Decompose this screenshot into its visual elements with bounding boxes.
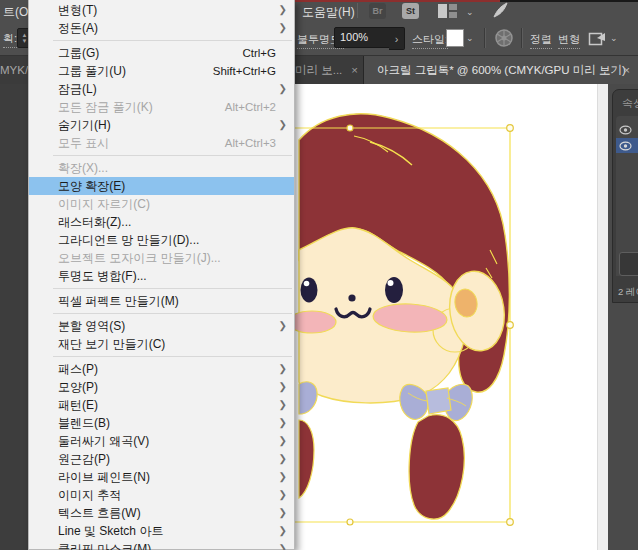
bow-left-clipped[interactable] [299,382,317,414]
menu-item[interactable]: 패스(P)❯ [29,360,294,378]
submenu-arrow-icon: ❯ [279,80,287,98]
menu-item-label: 둘러싸기 왜곡(V) [58,434,149,448]
menu-item: 모두 표시Alt+Ctrl+3 [29,134,294,152]
style-swatch[interactable] [446,29,464,47]
menu-item: 오브젝트 모자이크 만들기(J)... [29,249,294,267]
submenu-arrow-icon: ❯ [279,504,287,522]
illustrator-window: 트(O) 도움말(H) Br St ⌄ 획: ▲▼ 불투명도: 100% › 스… [0,0,638,550]
menu-item: 이미지 자르기(C) [29,195,294,213]
rocket-icon[interactable] [492,2,509,23]
eye-left-glint [304,281,310,287]
menu-item[interactable]: 투명도 병합(F)... [29,267,294,285]
menu-separator [53,155,292,156]
menu-item: 확장(X)... [29,159,294,177]
menu-item[interactable]: 블렌드(B)❯ [29,414,294,432]
window-top-edge-red [295,0,500,2]
bridge-icon[interactable]: Br [369,3,386,19]
menu-item-label: 이미지 추적 [58,488,121,502]
align-label[interactable]: 정렬 [530,32,552,49]
stock-icon[interactable]: St [402,3,419,19]
layer-row-selected[interactable] [616,138,638,153]
menu-item-label: 변형(T) [58,3,97,17]
menu-item[interactable]: 원근감(P)❯ [29,450,294,468]
menu-separator [53,313,292,314]
nose[interactable] [348,294,355,301]
tab-close-icon[interactable]: × [623,56,630,84]
menu-item[interactable]: 둘러싸기 왜곡(V)❯ [29,432,294,450]
submenu-arrow-icon: ❯ [279,432,287,450]
opacity-expand-button[interactable]: › [389,27,405,50]
menu-item[interactable]: Line 및 Sketch 아트❯ [29,522,294,540]
menu-item-label: 블렌드(B) [58,416,110,430]
menu-item[interactable]: 라이브 페인트(N)❯ [29,468,294,486]
artboard-tool-icon[interactable] [588,29,608,51]
menu-separator [53,356,292,357]
layer-row[interactable] [616,122,638,137]
menu-item[interactable]: 재단 보기 만들기(C) [29,335,294,353]
menu-item[interactable]: 모양 확장(E) [29,177,294,195]
menu-item-label: 잠금(L) [58,82,97,96]
menu-item[interactable]: 그라디언트 망 만들기(D)... [29,231,294,249]
menu-item-label: 모두 표시 [58,136,109,150]
submenu-arrow-icon: ❯ [279,1,287,19]
pigtail-right[interactable] [409,415,464,519]
selected-artwork[interactable] [295,84,608,550]
style-chevron-icon[interactable]: ⌄ [466,33,474,43]
submenu-arrow-icon: ❯ [279,414,287,432]
document-tab-active[interactable]: 아크릴 그립톡* @ 600% (CMYK/GPU 미리 보기) × [364,56,638,84]
layers-count-label: 2 레이어 [618,286,638,299]
menu-item[interactable]: 잠금(L)❯ [29,80,294,98]
menu-item[interactable]: 모양(P)❯ [29,378,294,396]
menu-item[interactable]: 픽셀 퍼펙트 만들기(M) [29,292,294,310]
menu-item-label: 픽셀 퍼펙트 만들기(M) [58,294,179,308]
menubar-item-help[interactable]: 도움말(H) [302,4,355,21]
submenu-arrow-icon: ❯ [279,468,287,486]
menu-item-label: 클리핑 마스크(M) [58,542,151,550]
menu-item-label: 텍스트 흐름(W) [58,506,141,520]
menu-item-label: 그룹(G) [58,46,99,60]
document-tab-inactive[interactable]: 미리 보... × [295,56,364,84]
pigtail-left-clipped[interactable] [299,420,314,498]
eye-right[interactable] [385,277,403,303]
tab-title: 미리 보... [295,64,342,76]
menu-item-label: 이미지 자르기(C) [58,197,150,211]
recolor-artwork-icon[interactable] [494,28,514,52]
tab-close-icon[interactable]: × [351,56,358,84]
stroke-label[interactable]: 획: [3,31,17,48]
left-toolbar-strip [0,84,28,550]
workspace-layout-icon[interactable] [438,4,460,18]
opacity-input[interactable]: 100% [334,27,395,48]
menu-item[interactable]: 패턴(E)❯ [29,396,294,414]
menu-item[interactable]: 분할 영역(S)❯ [29,317,294,335]
menu-item[interactable]: 그룹(G)Ctrl+G [29,44,294,62]
submenu-arrow-icon: ❯ [279,317,287,335]
eye-icon[interactable] [619,125,632,135]
menu-item-label: 숨기기(H) [58,118,111,132]
menu-item-label: 원근감(P) [58,452,110,466]
divider [521,28,523,48]
menu-item[interactable]: 숨기기(H)❯ [29,116,294,134]
transform-label[interactable]: 변형 [558,32,580,49]
menu-item-label: 라이브 페인트(N) [58,470,150,484]
eye-icon[interactable] [619,141,632,151]
divider [484,28,486,48]
document-tab-clipped-left[interactable]: MYK/G [0,56,28,84]
menu-item[interactable]: 래스터화(Z)... [29,213,294,231]
layer-thumbnail[interactable] [619,252,638,276]
panel-tab-properties[interactable]: 속성 [622,96,638,111]
menu-item[interactable]: 그룹 풀기(U)Shift+Ctrl+G [29,62,294,80]
menu-item-shortcut: Alt+Ctrl+2 [225,98,276,116]
menu-item[interactable]: 정돈(A)❯ [29,19,294,37]
eye-left[interactable] [301,278,318,303]
artboard-chevron-icon[interactable]: ⌄ [610,33,618,43]
menu-item-label: 그라디언트 망 만들기(D)... [58,233,199,247]
menu-item[interactable]: 이미지 추적❯ [29,486,294,504]
workspace-chevron-icon[interactable]: ⌄ [466,7,474,17]
menu-item[interactable]: 변형(T)❯ [29,1,294,19]
menu-item[interactable]: 클리핑 마스크(M)❯ [29,540,294,550]
cheek-left[interactable] [295,311,336,333]
style-label[interactable]: 스타일: [412,32,448,49]
menu-item-label: Line 및 Sketch 아트 [58,524,163,538]
menu-item[interactable]: 텍스트 흐름(W)❯ [29,504,294,522]
submenu-arrow-icon: ❯ [279,522,287,540]
